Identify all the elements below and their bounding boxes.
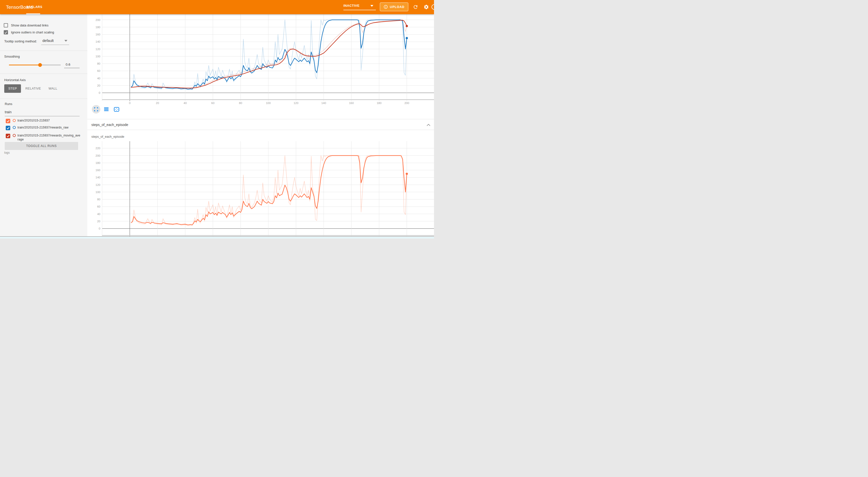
svg-text:80: 80 — [97, 198, 100, 201]
tooltip-sort-label: Tooltip sorting method: — [4, 39, 37, 43]
svg-text:200: 200 — [96, 154, 100, 157]
tensorboard-app: 0204060801001201401601802000204060801001… — [0, 0, 434, 238]
svg-text:140: 140 — [96, 40, 100, 43]
svg-text:100: 100 — [96, 191, 100, 194]
svg-text:100: 100 — [266, 101, 271, 104]
tooltip-sort-select[interactable]: default — [42, 38, 70, 43]
logs-path-label: logs — [4, 151, 10, 154]
help-icon[interactable] — [432, 4, 434, 10]
run-label: train/20201015-215937/rewards_raw — [18, 126, 80, 130]
svg-text:20: 20 — [97, 84, 100, 87]
svg-text:80: 80 — [97, 62, 100, 65]
section-header[interactable]: steps_of_each_episode — [87, 119, 434, 130]
smoothing-slider[interactable] — [9, 65, 61, 65]
status-label: INACTIVE — [343, 4, 360, 7]
info-icon — [383, 5, 388, 9]
svg-text:40: 40 — [97, 77, 100, 80]
svg-text:160: 160 — [349, 101, 354, 104]
smoothing-value-input[interactable]: 0.6 — [64, 63, 80, 68]
show-download-links-checkbox[interactable]: Show data download links — [4, 23, 49, 27]
run-checkbox-icon[interactable] — [6, 134, 10, 138]
chart-toolbar — [92, 105, 121, 114]
settings-sidebar: Show data download links Ignore outliers… — [0, 14, 87, 238]
run-label: train/20201015-215937/rewards_moving_ave… — [18, 134, 80, 141]
steps-chart-plot[interactable]: 020406080100120140160180200220 — [96, 141, 434, 237]
svg-text:200: 200 — [96, 19, 100, 22]
svg-text:0: 0 — [99, 227, 100, 230]
run-row-rewards-moving-average[interactable]: train/20201015-215937/rewards_moving_ave… — [6, 134, 80, 141]
chart-title: steps_of_each_episode — [91, 135, 124, 138]
run-checkbox-icon[interactable] — [6, 119, 10, 123]
svg-text:160: 160 — [96, 33, 100, 36]
axis-wall-button[interactable]: WALL — [47, 84, 59, 93]
svg-text:40: 40 — [184, 101, 187, 104]
upload-label: UPLOAD — [390, 5, 405, 9]
svg-text:100: 100 — [96, 55, 100, 58]
status-dropdown[interactable]: INACTIVE — [343, 3, 376, 10]
tab-scalars[interactable]: SCALARS — [26, 0, 40, 14]
chevron-down-icon — [64, 40, 67, 42]
upload-button[interactable]: UPLOAD — [380, 2, 408, 11]
svg-text:180: 180 — [96, 161, 100, 164]
select-value: default — [42, 38, 54, 43]
run-radio-icon[interactable] — [13, 119, 16, 122]
svg-text:60: 60 — [97, 69, 100, 72]
toggle-all-runs-button[interactable]: TOGGLE ALL RUNS — [5, 142, 78, 150]
runs-label: Runs — [5, 102, 12, 106]
svg-text:120: 120 — [293, 101, 298, 104]
svg-text:200: 200 — [404, 101, 409, 104]
tab-label: SCALARS — [26, 0, 40, 14]
section-title: steps_of_each_episode — [91, 119, 128, 130]
svg-text:0: 0 — [99, 91, 100, 94]
svg-text:120: 120 — [96, 183, 100, 186]
svg-text:60: 60 — [97, 205, 100, 208]
run-label: train/20201015-215937 — [18, 119, 80, 123]
tab-active-underline — [26, 13, 40, 14]
run-row-train[interactable]: train/20201015-215937 — [6, 119, 80, 123]
smoothing-label: Smoothing — [4, 55, 20, 58]
slider-fill — [9, 65, 40, 65]
run-radio-icon[interactable] — [13, 126, 16, 129]
fullscreen-icon[interactable] — [92, 105, 100, 114]
bottom-strip — [0, 236, 434, 238]
refresh-icon[interactable] — [413, 4, 418, 10]
horizontal-axis-label: Horizontal Axis — [4, 78, 26, 82]
settings-gear-icon[interactable] — [424, 4, 429, 10]
svg-text:60: 60 — [211, 101, 215, 104]
svg-text:120: 120 — [96, 47, 100, 51]
svg-text:20: 20 — [156, 101, 159, 104]
svg-text:40: 40 — [97, 213, 100, 216]
chevron-down-icon — [370, 5, 373, 7]
checkbox-checked-icon — [4, 30, 8, 34]
app-header: TensorBoard SCALARS INACTIVE UPLOAD — [0, 0, 434, 14]
checkbox-icon — [4, 23, 8, 27]
svg-text:20: 20 — [97, 220, 100, 223]
svg-text:80: 80 — [239, 101, 242, 104]
svg-text:0: 0 — [129, 101, 130, 104]
divider — [0, 73, 87, 74]
ignore-outliers-checkbox[interactable]: Ignore outliers in chart scaling — [4, 30, 54, 34]
runs-filter-input[interactable]: train — [5, 110, 80, 116]
svg-text:140: 140 — [321, 101, 326, 104]
svg-text:160: 160 — [96, 169, 100, 172]
svg-text:180: 180 — [96, 26, 100, 29]
smoothing-slider-thumb[interactable] — [38, 63, 42, 67]
run-checkbox-icon[interactable] — [6, 126, 10, 130]
svg-text:140: 140 — [96, 176, 100, 179]
axis-step-button[interactable]: STEP — [4, 84, 21, 93]
collapse-chevron-icon[interactable] — [427, 123, 431, 127]
checkbox-label: Ignore outliers in chart scaling — [11, 30, 54, 34]
svg-text:180: 180 — [377, 101, 381, 104]
svg-text:220: 220 — [96, 147, 100, 150]
rewards-chart-plot[interactable]: 0204060801001201401601802000204060801001… — [96, 14, 434, 104]
run-row-rewards-raw[interactable]: train/20201015-215937/rewards_raw — [6, 126, 80, 130]
runs-list-icon[interactable] — [102, 105, 111, 114]
fit-domain-icon[interactable] — [112, 105, 121, 114]
status-underline — [343, 10, 376, 10]
run-radio-icon[interactable] — [13, 134, 16, 137]
axis-relative-button[interactable]: RELATIVE — [25, 84, 41, 93]
checkbox-label: Show data download links — [11, 24, 49, 27]
divider — [0, 51, 87, 51]
